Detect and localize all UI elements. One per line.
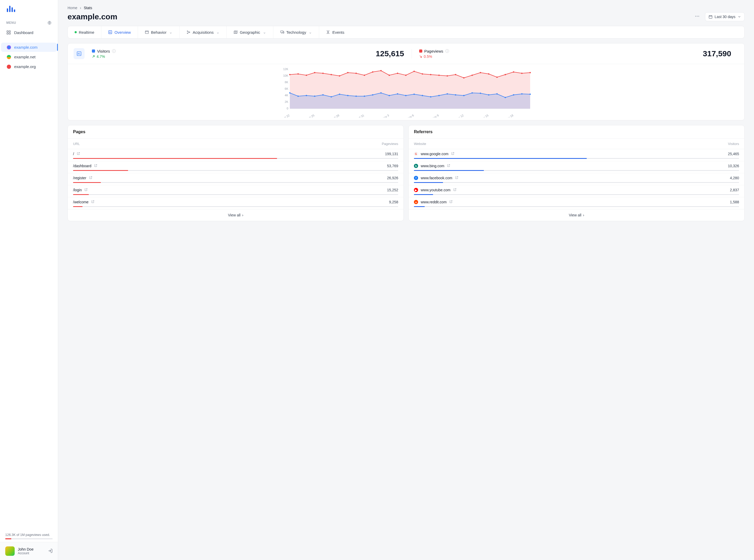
pageviews-swatch: [419, 49, 422, 53]
external-link-icon[interactable]: [91, 200, 95, 204]
table-row[interactable]: /199,131: [68, 149, 403, 161]
visitors-swatch: [92, 49, 95, 53]
table-row[interactable]: ●www.reddit.com1,588: [409, 197, 744, 209]
referrer-brand-icon: ▶: [414, 188, 418, 192]
referrer-site: www.google.com: [421, 152, 448, 156]
site-item[interactable]: example.org: [1, 62, 57, 71]
svg-text:6K: 6K: [285, 87, 289, 90]
svg-point-80: [455, 94, 456, 96]
breadcrumb-home[interactable]: Home: [67, 6, 77, 10]
svg-point-10: [697, 16, 697, 17]
info-icon[interactable]: i: [445, 49, 449, 53]
table-row[interactable]: /register26,926: [68, 173, 403, 185]
svg-point-15: [187, 31, 188, 32]
table-row[interactable]: /dashboard53,769: [68, 161, 403, 173]
svg-point-49: [447, 75, 448, 77]
chart-icon: [108, 30, 112, 34]
metric-pageviews[interactable]: Pageviews i 0.5% 317,590: [411, 49, 739, 59]
svg-point-86: [505, 97, 506, 98]
nav-dashboard-label: Dashboard: [14, 31, 33, 35]
svg-point-59: [530, 72, 531, 73]
svg-point-43: [397, 73, 398, 74]
external-link-icon[interactable]: [453, 188, 457, 192]
svg-point-75: [413, 94, 415, 95]
svg-point-30: [289, 74, 291, 75]
svg-point-37: [347, 72, 348, 73]
metric-pageviews-label: Pageviews: [424, 49, 444, 53]
tab-technology[interactable]: Technology ⌄: [273, 26, 320, 38]
svg-point-50: [455, 74, 456, 75]
external-link-icon[interactable]: [77, 152, 80, 156]
metric-pageviews-delta: 0.5%: [424, 55, 432, 59]
table-row[interactable]: ▶www.youtube.com2,837: [409, 185, 744, 197]
chevron-down-icon: [737, 15, 741, 19]
window-icon: [145, 30, 149, 34]
metric-pageviews-value: 317,590: [703, 49, 731, 58]
account-block[interactable]: John Doe Account: [0, 542, 58, 560]
chevron-down-icon: ⌄: [169, 30, 173, 35]
svg-text:Oct 25: Oct 25: [306, 114, 315, 118]
tab-overview[interactable]: Overview: [101, 26, 138, 38]
svg-point-66: [339, 94, 340, 95]
svg-point-63: [314, 96, 315, 97]
chevron-right-icon: ›: [242, 213, 244, 217]
page-value: 9,258: [389, 200, 398, 204]
chevron-down-icon: ⌄: [216, 30, 220, 35]
tab-geographic[interactable]: Geographic ⌄: [227, 26, 273, 38]
referrer-value: 2,837: [730, 188, 739, 192]
svg-point-42: [388, 75, 390, 76]
more-button[interactable]: [693, 12, 701, 21]
metric-visitors[interactable]: Visitors i 4.7% 125,615: [92, 49, 411, 59]
tab-behavior[interactable]: Behavior ⌄: [138, 26, 180, 38]
language-icon[interactable]: [47, 21, 52, 25]
realtime-indicator-icon: [75, 31, 77, 33]
table-row[interactable]: /login15,252: [68, 185, 403, 197]
svg-point-89: [530, 94, 531, 95]
svg-point-9: [695, 16, 696, 17]
svg-point-87: [513, 94, 514, 96]
tab-acquisitions[interactable]: Acquisitions ⌄: [180, 26, 227, 38]
svg-point-79: [447, 93, 448, 95]
referrers-view-all[interactable]: View all ›: [409, 209, 744, 221]
table-row[interactable]: Gwww.google.com25,465: [409, 149, 744, 161]
nav-dashboard[interactable]: Dashboard: [0, 27, 58, 37]
svg-text:8K: 8K: [285, 81, 289, 84]
table-row[interactable]: bwww.bing.com10,326: [409, 161, 744, 173]
svg-rect-5: [7, 31, 8, 32]
external-link-icon[interactable]: [84, 188, 88, 192]
site-item[interactable]: example.net: [1, 52, 57, 61]
svg-rect-19: [283, 32, 284, 33]
pages-view-all[interactable]: View all ›: [68, 209, 403, 221]
referrer-value: 25,465: [728, 152, 739, 156]
calendar-icon: [709, 15, 713, 19]
external-link-icon[interactable]: [449, 200, 453, 204]
svg-rect-6: [9, 31, 11, 32]
svg-point-72: [388, 95, 390, 96]
svg-point-53: [480, 72, 481, 73]
external-link-icon[interactable]: [94, 164, 97, 168]
external-link-icon[interactable]: [451, 152, 455, 156]
logout-icon[interactable]: [48, 548, 53, 554]
info-icon[interactable]: i: [112, 49, 116, 53]
svg-point-40: [372, 72, 373, 73]
external-link-icon[interactable]: [89, 176, 92, 180]
external-link-icon[interactable]: [455, 176, 459, 180]
logo[interactable]: [0, 0, 58, 18]
svg-point-54: [488, 73, 489, 75]
table-row[interactable]: /welcome9,258: [68, 197, 403, 209]
svg-point-62: [306, 95, 307, 96]
svg-text:Nov 6: Nov 6: [406, 114, 414, 118]
svg-point-67: [347, 95, 348, 96]
page-value: 199,131: [385, 152, 398, 156]
svg-point-69: [364, 96, 365, 97]
referrer-brand-icon: ●: [414, 200, 418, 204]
svg-point-32: [306, 75, 307, 76]
site-item[interactable]: example.com: [1, 43, 57, 52]
svg-point-65: [331, 96, 332, 98]
table-row[interactable]: fwww.facebook.com4,280: [409, 173, 744, 185]
referrer-value: 1,588: [730, 200, 739, 204]
date-range-button[interactable]: Last 30 days: [705, 12, 745, 21]
tab-realtime[interactable]: Realtime: [68, 26, 101, 38]
external-link-icon[interactable]: [447, 164, 450, 168]
tab-events[interactable]: Events: [319, 26, 351, 38]
